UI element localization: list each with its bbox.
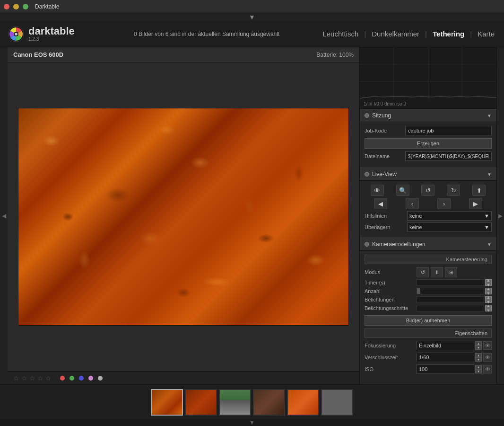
star-2[interactable]: ☆ [21,374,27,382]
nav-karte[interactable]: Karte [476,29,496,39]
zoom-btn[interactable]: 🔍 [396,185,409,196]
timer-btn[interactable]: ▲▼ [485,279,492,286]
dateiname-label: Dateiname [365,153,402,159]
fokussierung-arrows[interactable]: ▲ ▼ [475,341,482,350]
color-dot-purple[interactable] [88,376,93,381]
modus-mode1-btn[interactable]: ↺ [417,267,429,277]
filmstrip-toggle[interactable]: ▼ [0,419,504,426]
hilfslinien-value: keine [409,213,422,219]
left-panel-toggle[interactable]: ◀ [0,47,8,384]
camera-bar: Canon EOS 600D Batterie: 100% [8,47,359,62]
aufnehmen-button[interactable]: Bild(er) aufnehmen [365,315,492,326]
verschlusszeit-label: Verschlusszeit [365,355,417,360]
header-info: 0 Bilder von 6 sind in der aktuellen Sam… [93,31,321,37]
verschlusszeit-arrows[interactable]: ▲ ▼ [475,353,482,362]
sitzung-content: Job-Kode Erzeugen Dateiname [360,122,496,168]
filmstrip: ▼ [0,384,504,426]
fokussierung-down[interactable]: ▼ [475,346,482,350]
star-5[interactable]: ☆ [45,374,52,382]
star-4[interactable]: ☆ [37,374,43,382]
fokussierung-up[interactable]: ▲ [475,341,482,346]
nav-back-btn[interactable]: ‹ [406,198,419,209]
anzahl-btn[interactable]: ▲▼ [485,288,492,294]
minimize-button[interactable] [13,4,19,9]
sitzung-header[interactable]: Sitzung ▼ [360,109,496,122]
job-code-input[interactable] [405,126,492,135]
belichtungsschritte-btn[interactable]: ▲▼ [485,305,492,311]
nav-leuchttisch[interactable]: Leuchttisch [321,29,360,39]
rotate-cw-btn[interactable]: ↻ [447,185,460,196]
right-panel-toggle[interactable]: ▶ [496,47,504,384]
logo-area: darktable 1.2.3 [8,26,93,43]
top-panel-toggle[interactable]: ▼ [0,13,504,21]
logo-name: darktable [28,26,75,36]
kamerasteuerung-label: Kamerasteuerung [365,255,492,264]
nav-tethering[interactable]: Tethering [431,29,466,39]
camera-name: Canon EOS 600D [13,51,63,58]
logo-version: 1.2.3 [28,36,75,42]
hilfslinien-select[interactable]: keine ▼ [407,211,492,221]
verschlusszeit-down[interactable]: ▼ [475,357,482,362]
anzahl-label: Anzahl [365,288,417,294]
color-dot-green[interactable] [70,376,74,381]
verschlusszeit-up[interactable]: ▲ [475,353,482,357]
live-view-header[interactable]: Live-View ▼ [360,168,496,181]
focus-btn[interactable]: ⬆ [472,185,486,196]
nav-right-small-btn[interactable]: ▶ [469,198,482,209]
fokussierung-eye[interactable]: 👁 [483,341,492,350]
center-area: Canon EOS 600D Batterie: 100% ☆ ☆ ☆ ☆ ☆ [8,47,359,384]
nav-links: Leuchttisch | Dunkelkammer | Tethering |… [321,29,496,39]
color-dot-blue[interactable] [79,376,84,381]
iso-down[interactable]: ▼ [475,369,482,373]
liveview-toggle-btn[interactable]: 👁 [371,185,384,196]
timer-slider[interactable] [417,279,484,286]
kamera-dropdown-arrow[interactable]: ▼ [487,242,492,247]
timer-label: Timer (s) [365,280,417,285]
histogram-area: 1/inf f/0,0 0mm iso 0 [360,47,496,109]
iso-select[interactable]: 100 [417,364,474,374]
filmstrip-thumb-6[interactable] [321,389,353,416]
color-dot-gray[interactable] [98,376,103,381]
iso-arrows[interactable]: ▲ ▼ [475,365,482,373]
uberlagern-value: keine [409,224,422,230]
nav-left-small-btn[interactable]: ◀ [374,198,387,209]
star-3[interactable]: ☆ [29,374,35,382]
filmstrip-thumb-5[interactable] [287,389,319,416]
belichtungen-btn[interactable]: ▲▼ [485,296,492,303]
belichtungen-label: Belichtungen [365,297,417,302]
anzahl-slider[interactable] [417,288,484,294]
uberlagern-select[interactable]: keine ▼ [407,222,492,232]
star-1[interactable]: ☆ [13,374,19,382]
iso-up[interactable]: ▲ [475,365,482,369]
battery-info: Batterie: 100% [316,52,354,58]
filmstrip-thumb-1[interactable] [151,389,183,416]
belichtungen-slider[interactable] [417,296,484,303]
kamera-header[interactable]: Kameraeinstellungen ▼ [360,238,496,251]
sitzung-title: Sitzung [372,112,391,119]
nav-forward-btn[interactable]: › [437,198,451,209]
fokussierung-select[interactable]: Einzelbild [417,341,474,350]
filmstrip-thumb-2[interactable] [185,389,217,416]
sitzung-dot [365,113,369,118]
dateiname-input[interactable] [405,151,492,161]
verschlusszeit-select[interactable]: 1/60 [417,353,474,362]
modus-mode2-btn[interactable]: ⏸ [431,267,443,277]
nav-dunkelkammer[interactable]: Dunkelkammer [370,29,421,39]
erzeugen-button[interactable]: Erzeugen [365,138,492,149]
color-dot-red[interactable] [60,376,65,381]
modus-mode3-btn[interactable]: ⊞ [445,267,457,277]
live-view-dropdown-arrow[interactable]: ▼ [487,172,492,177]
star-rating-bar: ☆ ☆ ☆ ☆ ☆ [8,371,359,384]
right-panel: 1/inf f/0,0 0mm iso 0 Sitzung ▼ Job-Kode… [359,47,496,384]
rotate-ccw-btn[interactable]: ↺ [421,185,434,196]
sitzung-dropdown-arrow[interactable]: ▼ [487,113,492,118]
filmstrip-thumb-4[interactable] [253,389,285,416]
filmstrip-thumb-3[interactable] [219,389,251,416]
verschlusszeit-eye[interactable]: 👁 [483,353,492,362]
maximize-button[interactable] [23,4,28,9]
close-button[interactable] [4,4,9,9]
iso-eye[interactable]: 👁 [483,365,492,373]
belichtungsschritte-slider[interactable] [417,305,484,311]
logo-text: darktable 1.2.3 [28,26,75,42]
fokussierung-value: Einzelbild [419,343,441,348]
